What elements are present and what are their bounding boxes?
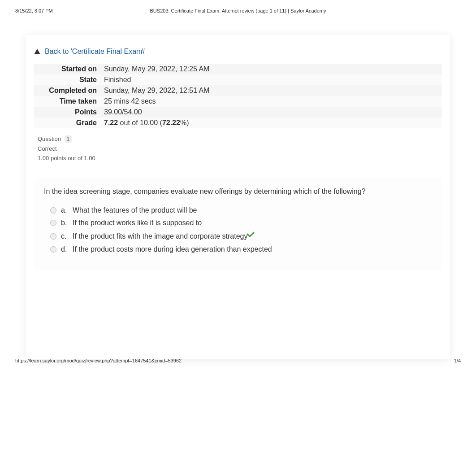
- question-text: In the idea screening stage, companies e…: [44, 187, 432, 196]
- question-meta: Question 1 Correct 1.00 points out of 1.…: [34, 133, 442, 166]
- question-number: 1: [65, 135, 72, 143]
- summary-label: State: [34, 74, 100, 85]
- radio-icon: [50, 220, 56, 226]
- check-icon: [248, 230, 253, 239]
- question-status: Correct: [38, 145, 438, 152]
- print-page-title: BUS203: Certificate Final Exam: Attempt …: [150, 8, 326, 13]
- question-body: In the idea screening stage, companies e…: [35, 179, 441, 269]
- summary-label: Started on: [34, 64, 100, 74]
- question-label: Question: [38, 135, 61, 142]
- main-content-card: Back to 'Certificate Final Exam\' Starte…: [26, 35, 450, 359]
- answer-text: What the features of the product will be: [73, 206, 197, 214]
- summary-value: Sunday, May 29, 2022, 12:25 AM: [100, 64, 442, 74]
- answer-option-b[interactable]: b. If the product works like it is suppo…: [50, 219, 432, 227]
- grade-outof-pre: out of 10.00 (: [118, 119, 162, 126]
- summary-value-grade: 7.22 out of 10.00 (72.22%): [100, 118, 442, 128]
- footer-page-number: 1/4: [454, 358, 461, 363]
- answer-letter: b.: [61, 219, 66, 227]
- answer-letter: d.: [61, 245, 66, 253]
- question-points: 1.00 points out of 1.00: [38, 155, 438, 161]
- summary-row-state: State Finished: [34, 74, 442, 85]
- print-timestamp: 8/15/22, 3:07 PM: [15, 8, 53, 13]
- answer-list: a. What the features of the product will…: [44, 206, 432, 253]
- summary-label: Time taken: [34, 96, 100, 107]
- footer-url: https://learn.saylor.org/mod/quiz/review…: [15, 358, 182, 363]
- back-link-text: Back to 'Certificate Final Exam\': [45, 48, 146, 56]
- summary-label: Grade: [34, 118, 100, 128]
- grade-score: 7.22: [104, 119, 118, 126]
- summary-value: 25 mins 42 secs: [100, 96, 442, 107]
- grade-percent: 72.22: [162, 119, 180, 126]
- summary-row-grade: Grade 7.22 out of 10.00 (72.22%): [34, 118, 442, 128]
- summary-row-time: Time taken 25 mins 42 secs: [34, 96, 442, 107]
- answer-letter: c.: [61, 232, 66, 240]
- summary-row-completed: Completed on Sunday, May 29, 2022, 12:51…: [34, 85, 442, 96]
- answer-option-a[interactable]: a. What the features of the product will…: [50, 206, 432, 214]
- summary-value: Sunday, May 29, 2022, 12:51 AM: [100, 85, 442, 96]
- answer-text: If the product works like it is supposed…: [73, 219, 202, 227]
- summary-label: Completed on: [34, 85, 100, 96]
- answer-text: If the product fits with the image and c…: [73, 232, 247, 240]
- arrow-up-icon: [34, 49, 40, 54]
- answer-option-c[interactable]: c. If the product fits with the image an…: [50, 231, 432, 241]
- attempt-summary-table: Started on Sunday, May 29, 2022, 12:25 A…: [34, 64, 442, 128]
- answer-option-d[interactable]: d. If the product costs more during idea…: [50, 245, 432, 253]
- summary-row-points: Points 39.00/54.00: [34, 107, 442, 118]
- summary-value: 39.00/54.00: [100, 107, 442, 118]
- summary-row-started: Started on Sunday, May 29, 2022, 12:25 A…: [34, 64, 442, 74]
- answer-text: If the product costs more during idea ge…: [73, 245, 272, 253]
- answer-letter: a.: [61, 206, 66, 214]
- radio-icon: [50, 233, 56, 240]
- back-link[interactable]: Back to 'Certificate Final Exam\': [34, 48, 146, 56]
- question-number-line: Question 1: [38, 135, 438, 143]
- radio-icon: [50, 207, 56, 214]
- summary-label: Points: [34, 107, 100, 118]
- radio-icon: [50, 246, 56, 253]
- grade-outof-post: %): [180, 119, 189, 126]
- summary-value: Finished: [100, 74, 442, 85]
